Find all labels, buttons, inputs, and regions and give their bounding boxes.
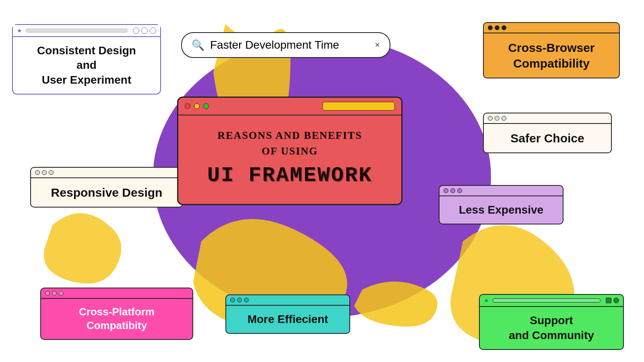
- safer-choice-text: Safer Choice: [484, 124, 611, 152]
- main-card-body: REASONS AND BENEFITS OF USING UI FRAMEWO…: [178, 115, 401, 204]
- cross-browser-card: Cross-Browser Compatibility: [483, 22, 620, 78]
- cross-browser-text: Cross-Browser Compatibility: [484, 33, 619, 78]
- main-card: REASONS AND BENEFITS OF USING UI FRAMEWO…: [177, 97, 402, 205]
- main-subtitle: REASONS AND BENEFITS OF USING: [186, 128, 393, 159]
- cross-platform-card: Cross-Platform Compatibity: [40, 288, 193, 340]
- cross-platform-text: Cross-Platform Compatibity: [41, 299, 192, 339]
- search-icon: 🔍: [192, 39, 204, 51]
- responsive-design-card: Responsive Design: [30, 167, 183, 208]
- card-header-crossbrowser: [484, 23, 619, 33]
- responsive-design-text: Responsive Design: [31, 178, 182, 207]
- card-header-responsive: [31, 168, 182, 178]
- faster-development-text: Faster Development Time: [210, 39, 339, 51]
- main-title: UI FRAMEWORK: [186, 162, 393, 189]
- card-header-consistent: ★: [13, 25, 160, 37]
- card-header-safer: [484, 113, 611, 124]
- consistent-design-text: Consistent Design and User Experiment: [13, 37, 160, 94]
- faster-development-card: 🔍 Faster Development Time ×: [181, 32, 390, 58]
- support-community-card: ★ Support and Community: [479, 294, 624, 350]
- more-efficient-text: More Effiecient: [226, 306, 349, 333]
- card-header-support: ★: [480, 295, 623, 307]
- card-header-efficient: [226, 295, 349, 306]
- consistent-design-card: ★ Consistent Design and User Experiment: [12, 24, 161, 95]
- less-expensive-text: Less Expensive: [440, 196, 563, 224]
- card-header-less: [440, 186, 563, 196]
- close-icon[interactable]: ×: [375, 40, 380, 50]
- less-expensive-card: Less Expensive: [439, 185, 564, 224]
- card-header-crossplatform: [41, 288, 192, 299]
- safer-choice-card: Safer Choice: [483, 113, 612, 153]
- support-community-text: Support and Community: [480, 307, 623, 349]
- url-bar: [322, 102, 395, 111]
- more-efficient-card: More Effiecient: [225, 294, 350, 334]
- star-icon: ★: [17, 27, 22, 34]
- card-header-main: [178, 98, 401, 115]
